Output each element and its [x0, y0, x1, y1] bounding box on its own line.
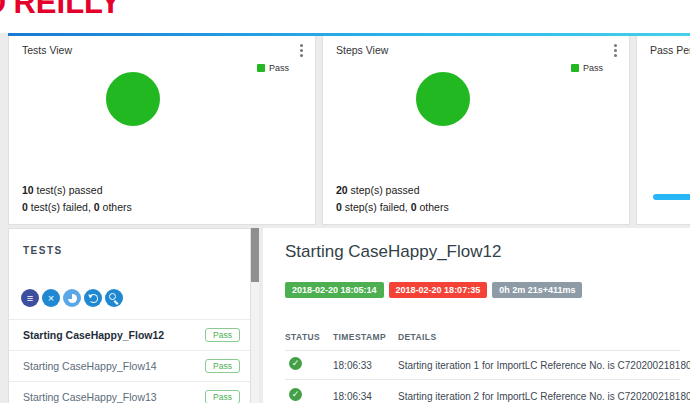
test-detail-panel: Starting CaseHappy_Flow12 2018-02-20 18:… — [263, 228, 690, 403]
test-name: Starting CaseHappy_Flow12 — [23, 329, 164, 341]
legend-swatch-icon — [571, 64, 579, 72]
tests-failed-line: 0 test(s) failed, 0 others — [22, 199, 132, 216]
log-details: Starting iteration 1 for ImportLC Refere… — [398, 360, 690, 371]
tests-view-card: Tests View Pass 10 test(s) passed 0 test… — [8, 36, 316, 225]
clear-filter-button[interactable]: × — [42, 289, 60, 307]
tests-legend[interactable]: Pass — [257, 63, 289, 73]
top-header: O'REILLY — [0, 0, 690, 33]
steps-others-count: 0 — [411, 201, 417, 213]
refresh-button[interactable] — [84, 289, 102, 307]
test-list-item[interactable]: Starting CaseHappy_Flow12 Pass — [9, 319, 250, 350]
steps-passed-text: step(s) passed — [351, 184, 420, 196]
pass-percentage-bar — [653, 194, 690, 200]
tests-view-title: Tests View — [22, 44, 72, 56]
log-timestamp: 18:06:33 — [333, 360, 372, 371]
tests-failed-text: test(s) failed, — [31, 201, 91, 213]
tests-summary: 10 test(s) passed 0 test(s) failed, 0 ot… — [22, 182, 132, 216]
steps-failed-text: step(s) failed, — [345, 201, 408, 213]
status-badge: Pass — [205, 359, 240, 373]
detail-badges: 2018-02-20 18:05:14 2018-02-20 18:07:35 … — [285, 282, 582, 298]
steps-donut-chart — [416, 72, 470, 126]
tests-passed-count: 10 — [22, 184, 34, 196]
legend-swatch-icon — [257, 64, 265, 72]
pie-chart-button[interactable] — [63, 289, 81, 307]
column-header-details: DETAILS — [398, 332, 437, 342]
list-icon: ≡ — [27, 289, 33, 307]
steps-failed-count: 0 — [336, 201, 342, 213]
legend-label: Pass — [583, 63, 603, 73]
log-details: Starting iteration 2 for ImportLC Refere… — [398, 391, 690, 402]
tests-failed-count: 0 — [22, 201, 28, 213]
kebab-menu-icon[interactable] — [614, 49, 617, 52]
table-divider — [285, 350, 680, 351]
tests-list-toolbar: ≡ × — [21, 289, 123, 307]
tests-others-count: 0 — [94, 201, 100, 213]
test-name: Starting CaseHappy_Flow14 — [23, 360, 157, 372]
steps-passed-count: 20 — [336, 184, 348, 196]
steps-view-card: Steps View Pass 20 step(s) passed 0 step… — [322, 36, 630, 225]
tests-list-header: TESTS — [23, 245, 63, 256]
tests-passed-text: test(s) passed — [37, 184, 103, 196]
vertical-scrollbar[interactable] — [251, 228, 259, 403]
column-header-timestamp: TIMESTAMP — [333, 332, 386, 342]
refresh-icon — [89, 294, 98, 303]
test-list-item[interactable]: Starting CaseHappy_Flow14 Pass — [9, 350, 250, 381]
steps-legend[interactable]: Pass — [571, 63, 603, 73]
list-filter-button[interactable]: ≡ — [21, 289, 39, 307]
steps-passed-line: 20 step(s) passed — [336, 182, 449, 199]
status-badge: Pass — [205, 390, 240, 403]
pie-chart-icon — [68, 294, 77, 303]
oreilly-logo: O'REILLY — [0, 0, 121, 21]
tests-passed-line: 10 test(s) passed — [22, 182, 132, 199]
tests-list-items: Starting CaseHappy_Flow12 Pass Starting … — [9, 319, 250, 403]
column-header-status: STATUS — [285, 332, 320, 342]
legend-label: Pass — [269, 63, 289, 73]
tests-donut-chart — [106, 72, 160, 126]
search-button[interactable] — [105, 289, 123, 307]
steps-failed-line: 0 step(s) failed, 0 others — [336, 199, 449, 216]
duration-badge: 0h 2m 21s+411ms — [492, 282, 582, 298]
start-time-badge: 2018-02-20 18:05:14 — [285, 282, 384, 298]
scrollbar-thumb[interactable] — [251, 228, 259, 282]
test-name: Starting CaseHappy_Flow13 — [23, 391, 157, 403]
close-icon: × — [48, 289, 54, 307]
status-badge: Pass — [205, 328, 240, 342]
pass-check-icon: ✓ — [289, 388, 302, 401]
detail-title: Starting CaseHappy_Flow12 — [285, 242, 501, 262]
pass-percentage-title: Pass Percentage — [650, 44, 690, 56]
pass-check-icon: ✓ — [289, 357, 302, 370]
steps-others-text: others — [419, 201, 448, 213]
search-icon — [109, 293, 116, 300]
steps-view-title: Steps View — [336, 44, 388, 56]
end-time-badge: 2018-02-20 18:07:35 — [389, 282, 488, 298]
log-timestamp: 18:06:34 — [333, 391, 372, 402]
test-report-dashboard: O'REILLY Tests View Pass 10 test(s) pass… — [0, 0, 690, 403]
tests-others-text: others — [103, 201, 132, 213]
tests-list-panel: TESTS ≡ × Starting CaseHappy_Flow12 Pass — [8, 228, 251, 403]
table-divider — [285, 379, 680, 380]
kebab-menu-icon[interactable] — [300, 49, 303, 52]
pass-percentage-card: Pass Percentage — [636, 36, 690, 225]
test-list-item[interactable]: Starting CaseHappy_Flow13 Pass — [9, 381, 250, 403]
steps-summary: 20 step(s) passed 0 step(s) failed, 0 ot… — [336, 182, 449, 216]
